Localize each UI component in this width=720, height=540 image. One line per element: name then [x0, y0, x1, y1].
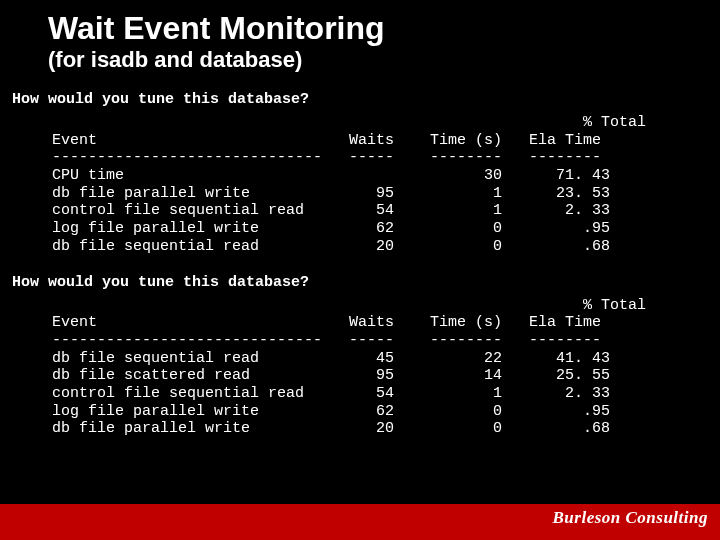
page-title: Wait Event Monitoring	[0, 0, 720, 47]
wait-events-table-1: % Total Event Waits Time (s) Ela Time --…	[0, 114, 720, 256]
question-2: How would you tune this database?	[0, 256, 720, 297]
brand-text: Burleson Consulting	[553, 508, 709, 527]
footer-bar: Burleson Consulting	[0, 504, 720, 540]
wait-events-table-2: % Total Event Waits Time (s) Ela Time --…	[0, 297, 720, 439]
question-1: How would you tune this database?	[0, 73, 720, 114]
page-subtitle: (for isadb and database)	[0, 47, 720, 73]
brand-logo: Burleson Consulting	[553, 508, 709, 528]
